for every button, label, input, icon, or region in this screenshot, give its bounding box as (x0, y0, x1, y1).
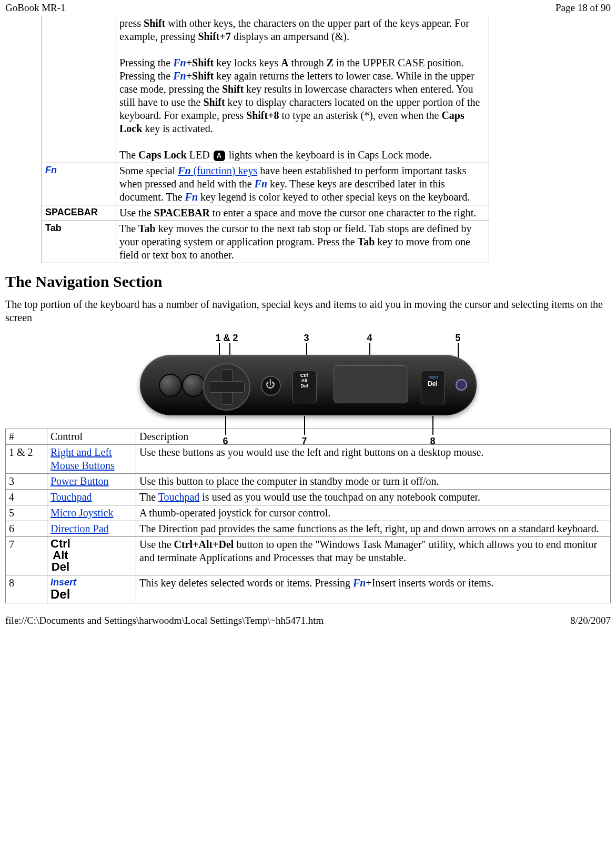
fn-label: Fn (45, 165, 57, 175)
spacebar-label: SPACEBAR (42, 205, 116, 221)
text: through (288, 57, 326, 68)
row-desc: A thumb-operated joystick for cursor con… (136, 505, 611, 521)
row-desc: Use these buttons as you would use the l… (136, 445, 611, 474)
row-desc: The Direction pad provides the same func… (136, 521, 611, 537)
text: Use the (119, 207, 154, 218)
col-control: Control (47, 429, 136, 445)
fn: Fn (255, 178, 267, 190)
label-3: 3 (304, 333, 309, 344)
row-num: 8 (6, 575, 47, 603)
label-6: 6 (223, 436, 228, 447)
fn: Fn (185, 191, 198, 203)
plus-shift: +Shift (186, 70, 214, 82)
fn-function-keys-link[interactable]: Fn (function) keys (178, 165, 257, 176)
tab-label: Tab (42, 221, 116, 263)
left-mouse-button (159, 374, 182, 397)
spacebar-desc: Use the SPACEBAR to enter a space and mo… (116, 205, 489, 221)
label-4: 4 (367, 333, 372, 344)
row-desc: This key deletes selected words or items… (136, 575, 611, 603)
text: displays an ampersand (&). (231, 31, 349, 42)
text: LED (187, 149, 213, 161)
fn: Fn (353, 577, 366, 589)
shift-8: Shift+8 (246, 110, 279, 121)
navigation-diagram: 1 & 2 3 4 5 CtrlAltDel InsertDel 6 7 8 (5, 333, 611, 418)
touchpad (334, 365, 408, 403)
navigation-controls-table: # Control Description 1 & 2 Right and Le… (5, 429, 611, 603)
micro-joystick-link[interactable]: Micro Joystick (51, 507, 113, 519)
right-mouse-button (182, 374, 205, 397)
direction-pad (203, 363, 250, 411)
text: lights when the keyboard is in Caps Lock… (226, 149, 432, 161)
caps-lock: Caps Lock (138, 149, 187, 161)
special-keys-table: press Shift with other keys, the charact… (42, 16, 489, 263)
shift-key-desc: press Shift with other keys, the charact… (116, 16, 489, 163)
direction-pad-link[interactable]: Direction Pad (51, 523, 109, 534)
shift-key-label (42, 16, 116, 163)
insert-del-button: InsertDel (421, 371, 445, 404)
key-a: A (281, 57, 288, 68)
text: key locks keys (214, 57, 281, 68)
text: to type an asterisk (*), even when the (279, 110, 442, 121)
fn: Fn (178, 165, 190, 176)
text: press (119, 17, 144, 29)
tab-desc: The Tab key moves the cursor to the next… (116, 221, 489, 263)
label-7: 7 (302, 436, 307, 447)
row-ctrl: Right and Left Mouse Buttons (47, 445, 136, 474)
text: Use the (139, 539, 174, 550)
row-desc: Use this button to place the computer in… (136, 474, 611, 490)
touchpad-inline-link[interactable]: Touchpad (158, 491, 200, 503)
row-num: 7 (6, 537, 47, 575)
ctrl-alt-del: Ctrl+Alt+Del (174, 539, 234, 550)
ctrl-alt-del-key-icon: Ctrl Alt Del (51, 538, 70, 573)
callout-line (304, 416, 305, 435)
micro-joystick (456, 379, 467, 391)
label-8: 8 (430, 436, 436, 447)
row-num: 1 & 2 (6, 445, 47, 474)
page-header: GoBook MR-1 Page 18 of 90 (5, 2, 611, 14)
row-ctrl: Direction Pad (47, 521, 136, 537)
row-desc: Use the Ctrl+Alt+Del button to open the … (136, 537, 611, 575)
page-number: Page 18 of 90 (556, 2, 611, 14)
label-5: 5 (456, 333, 461, 344)
fn-key-desc: Some special Fn (function) keys have bee… (116, 163, 489, 205)
text: Pressing the (119, 57, 173, 68)
shift: Shift (144, 17, 165, 29)
fn: Fn (173, 70, 186, 82)
navigation-intro: The top portion of the keyboard has a nu… (5, 298, 610, 324)
callout-line (432, 416, 433, 435)
touchpad-link[interactable]: Touchpad (51, 491, 92, 503)
mouse-buttons-link[interactable]: Right and Left Mouse Buttons (51, 446, 115, 471)
row-num: 6 (6, 521, 47, 537)
text: +Insert inserts words or items. (366, 577, 494, 589)
tab: Tab (138, 223, 156, 234)
row-ctrl: Power Button (47, 474, 136, 490)
plus-shift: +Shift (186, 57, 214, 68)
insert: Insert (51, 577, 76, 588)
caps-lock-led-icon (214, 151, 225, 161)
spacebar: SPACEBAR (154, 207, 210, 218)
text: key legend is color keyed to other speci… (198, 191, 470, 203)
shift: Shift (222, 83, 244, 95)
ctrl-alt-del-button: CtrlAltDel (292, 371, 317, 403)
row-ctrl: Touchpad (47, 490, 136, 505)
row-desc: The Touchpad is used as you would use th… (136, 490, 611, 505)
text: The (119, 223, 138, 234)
row-ctrl: Insert Del (47, 575, 136, 603)
row-num: 4 (6, 490, 47, 505)
file-path: file://C:\Documents and Settings\harwood… (5, 615, 324, 626)
page-footer: file://C:\Documents and Settings\harwood… (5, 615, 611, 626)
device-body: CtrlAltDel InsertDel (140, 355, 477, 415)
del: Del (52, 560, 69, 573)
label-1-2: 1 & 2 (216, 333, 238, 344)
text: key is activated. (142, 123, 213, 134)
text: This key deletes selected words or items… (139, 577, 353, 589)
text: The (139, 491, 158, 503)
col-description: Description (136, 429, 611, 445)
power-button-link[interactable]: Power Button (51, 475, 109, 487)
tab: Tab (358, 236, 375, 247)
text: (function) keys (191, 165, 258, 176)
power-button-icon (261, 376, 281, 396)
shift-7: Shift+7 (198, 31, 231, 42)
row-ctrl: Ctrl Alt Del (47, 537, 136, 575)
fn-key-label: Fn (42, 163, 116, 205)
